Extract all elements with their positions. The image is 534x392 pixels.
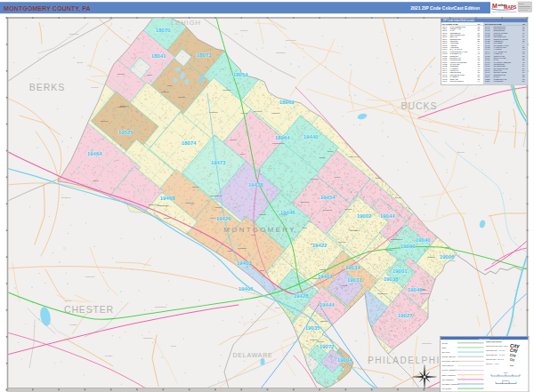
svg-text:County Highways: County Highways bbox=[442, 369, 458, 371]
svg-text:Gwynedd: Gwynedd bbox=[338, 241, 345, 243]
svg-text:Harleysville: Harleysville bbox=[253, 110, 263, 112]
svg-text:Pottstown: Pottstown bbox=[427, 256, 435, 258]
svg-text:Perkasie: Perkasie bbox=[105, 355, 113, 356]
svg-text:Toll Roads: Toll Roads bbox=[442, 388, 452, 389]
svg-text:B1: B1 bbox=[522, 80, 524, 82]
svg-text:Cities and Towns: Cities and Towns bbox=[486, 340, 502, 342]
svg-text:Zieglerville: Zieglerville bbox=[120, 105, 129, 107]
svg-text:Hereford: Hereford bbox=[91, 86, 99, 88]
svg-text:Minor Streets: Minor Streets bbox=[442, 364, 455, 366]
svg-text:Exton: Exton bbox=[275, 307, 280, 308]
svg-text:Primary Streets: Primary Streets bbox=[442, 356, 457, 357]
svg-text:Ambler: Ambler bbox=[239, 153, 246, 155]
svg-text:kilometers: kilometers bbox=[502, 380, 509, 381]
svg-text:Downingtown: Downingtown bbox=[155, 306, 167, 308]
svg-text:19035: 19035 bbox=[305, 325, 320, 331]
svg-text:19402: 19402 bbox=[318, 274, 333, 279]
svg-text:19464: 19464 bbox=[87, 151, 102, 156]
svg-text:18054: 18054 bbox=[233, 72, 248, 77]
svg-text:WILLOW GROVE: WILLOW GROVE bbox=[450, 80, 465, 82]
svg-text:19027: 19027 bbox=[398, 313, 413, 318]
svg-text:Lansdale: Lansdale bbox=[320, 320, 328, 322]
svg-text:19530: 19530 bbox=[485, 80, 490, 82]
svg-text:BUCKS: BUCKS bbox=[400, 100, 437, 111]
svg-text:Warminster: Warminster bbox=[422, 342, 432, 344]
svg-text:ZIP Code Index/Grid Locator: ZIP Code Index/Grid Locator bbox=[443, 19, 475, 22]
svg-text:Eagleville: Eagleville bbox=[101, 120, 109, 122]
svg-text:City: City bbox=[510, 348, 518, 353]
svg-text:19001: 19001 bbox=[392, 268, 408, 274]
svg-text:19428: 19428 bbox=[294, 293, 309, 299]
svg-text:Oreland: Oreland bbox=[318, 340, 324, 342]
svg-text:Pottstown: Pottstown bbox=[271, 112, 279, 114]
svg-text:19444: 19444 bbox=[320, 302, 335, 308]
svg-text:19090: 19090 bbox=[442, 80, 447, 82]
svg-text:19034: 19034 bbox=[345, 265, 360, 270]
svg-text:19440: 19440 bbox=[303, 134, 319, 140]
svg-text:Conshohocken: Conshohocken bbox=[158, 204, 169, 206]
svg-text:Abington: Abington bbox=[319, 156, 326, 158]
svg-text:18041: 18041 bbox=[151, 53, 166, 59]
svg-text:19406: 19406 bbox=[239, 286, 254, 292]
svg-text:19004: 19004 bbox=[337, 357, 352, 363]
svg-text:19006: 19006 bbox=[440, 254, 455, 260]
svg-text:Coatesville: Coatesville bbox=[143, 337, 153, 339]
svg-text:City: City bbox=[510, 343, 520, 348]
svg-text:County: County bbox=[442, 342, 449, 344]
svg-text:Oaks: Oaks bbox=[260, 269, 264, 271]
svg-text:Wyndmoor: Wyndmoor bbox=[310, 178, 319, 180]
svg-text:City: City bbox=[510, 354, 517, 357]
svg-text:19454: 19454 bbox=[320, 195, 336, 200]
svg-text:Norristown: Norristown bbox=[350, 229, 359, 231]
svg-text:America's Leading Source for B: America's Leading Source for Business Ma… bbox=[491, 11, 516, 12]
svg-text:Collegeville: Collegeville bbox=[323, 209, 333, 211]
svg-text:19031: 19031 bbox=[347, 277, 362, 283]
svg-text:BERKS: BERKS bbox=[29, 82, 66, 92]
svg-text:Telford: Telford bbox=[147, 74, 152, 76]
svg-text:18073: 18073 bbox=[197, 52, 212, 58]
svg-text:Secondary Streets: Secondary Streets bbox=[442, 360, 459, 362]
svg-text:Interstate Highways: Interstate Highways bbox=[442, 383, 460, 385]
svg-text:Norristown: Norristown bbox=[209, 111, 218, 113]
svg-text:H4: H4 bbox=[478, 80, 480, 82]
svg-text:Reading: Reading bbox=[240, 29, 248, 31]
svg-text:Willow Grove: Willow Grove bbox=[149, 204, 160, 205]
svg-text:Zieglerville: Zieglerville bbox=[301, 201, 310, 203]
svg-text:MONTGOMERY COUNTY, PA: MONTGOMERY COUNTY, PA bbox=[4, 4, 91, 12]
svg-text:Oaks: Oaks bbox=[303, 227, 307, 228]
svg-text:18070: 18070 bbox=[156, 28, 171, 33]
svg-text:Media: Media bbox=[171, 345, 177, 347]
svg-text:ZIP NAME: ZIP NAME bbox=[494, 23, 503, 25]
svg-text:ZIP CODE: ZIP CODE bbox=[485, 23, 494, 25]
svg-text:Gilbertsville: Gilbertsville bbox=[185, 202, 195, 204]
svg-text:19426: 19426 bbox=[216, 216, 231, 221]
svg-text:MONTGOMERY: MONTGOMERY bbox=[223, 226, 295, 234]
svg-text:CHESTER: CHESTER bbox=[64, 304, 114, 315]
svg-text:Conshohocken: Conshohocken bbox=[272, 142, 284, 144]
svg-text:19525: 19525 bbox=[118, 130, 134, 135]
svg-text:Skippack: Skippack bbox=[117, 73, 125, 75]
svg-text:Malvern: Malvern bbox=[457, 151, 465, 153]
svg-text:City: City bbox=[510, 358, 514, 362]
svg-text:Penllyn: Penllyn bbox=[335, 176, 341, 178]
svg-text:MAP #: MAP # bbox=[519, 3, 525, 4]
svg-text:Harleysville: Harleysville bbox=[420, 292, 430, 294]
svg-text:Conshohocken: Conshohocken bbox=[210, 195, 222, 196]
svg-text:19002: 19002 bbox=[357, 213, 372, 219]
svg-text:Hatfield: Hatfield bbox=[320, 268, 326, 270]
svg-text:MAPS: MAPS bbox=[504, 4, 517, 10]
svg-text:Rockledge: Rockledge bbox=[222, 89, 231, 91]
svg-text:Pottstown: Pottstown bbox=[161, 91, 169, 92]
svg-text:Skippack: Skippack bbox=[178, 96, 185, 98]
svg-text:19044: 19044 bbox=[380, 213, 395, 219]
svg-text:18074: 18074 bbox=[182, 140, 197, 146]
svg-text:Salford: Salford bbox=[328, 150, 333, 152]
svg-text:Trappe: Trappe bbox=[342, 284, 348, 286]
svg-text:Springfield: Springfield bbox=[61, 196, 71, 198]
svg-text:19090: 19090 bbox=[400, 244, 416, 249]
svg-text:State Highways: State Highways bbox=[442, 374, 457, 376]
svg-text:miles: miles bbox=[504, 372, 507, 373]
svg-text:19072: 19072 bbox=[320, 344, 335, 349]
svg-text:KUTZTOWN: KUTZTOWN bbox=[494, 80, 504, 82]
svg-text:18969: 18969 bbox=[279, 100, 295, 105]
